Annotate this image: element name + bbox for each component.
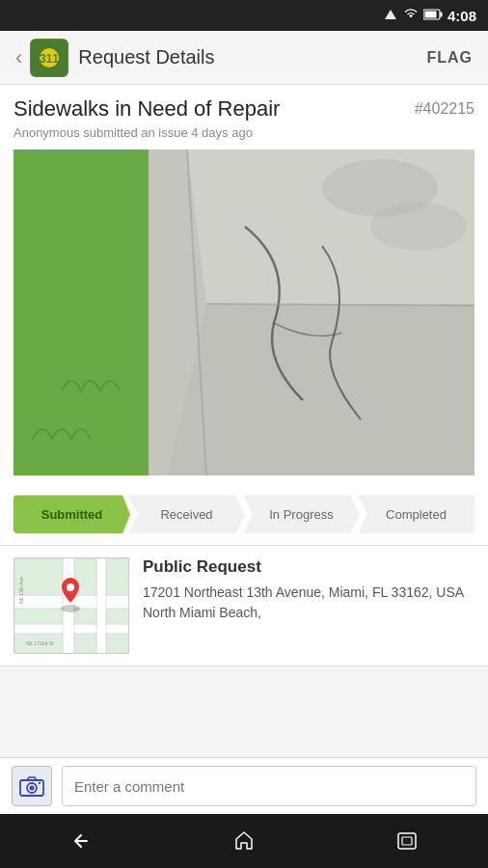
nav-recent-button[interactable] [378, 822, 436, 860]
svg-rect-23 [106, 558, 129, 595]
step-submitted[interactable]: Submitted [14, 495, 130, 533]
location-section: NE 13th Ave NE 172nd St Public Request 1… [0, 546, 488, 666]
svg-point-33 [67, 583, 74, 591]
issue-title: Sidewalks in Need of Repair [14, 96, 405, 122]
status-icons: 4:08 [383, 8, 476, 24]
step-received-label: Received [160, 507, 212, 522]
battery-icon [423, 9, 443, 23]
status-bar: 4:08 [0, 0, 488, 31]
svg-rect-26 [106, 609, 129, 624]
svg-rect-29 [106, 634, 129, 654]
step-completed-label: Completed [386, 507, 447, 522]
app-logo: 311 [30, 39, 68, 77]
location-label: Public Request [143, 557, 474, 577]
svg-point-32 [61, 605, 80, 612]
step-in-progress[interactable]: In Progress [243, 495, 360, 533]
location-info: Public Request 17201 Northeast 13th Aven… [143, 557, 474, 654]
svg-rect-24 [14, 609, 63, 624]
svg-marker-11 [168, 304, 474, 475]
flag-button[interactable]: FLAG [426, 49, 473, 67]
nav-bar: ‹ 311 Request Details FLAG [0, 31, 488, 85]
content-area: Sidewalks in Need of Repair #402215 Anon… [0, 85, 488, 483]
svg-rect-39 [402, 837, 412, 845]
svg-rect-2 [440, 12, 442, 16]
svg-rect-20 [96, 558, 106, 654]
svg-rect-38 [398, 833, 416, 849]
status-time: 4:08 [447, 8, 476, 24]
map-thumbnail[interactable]: NE 13th Ave NE 172nd St [14, 557, 129, 654]
comment-bar [0, 757, 488, 814]
step-completed[interactable]: Completed [358, 495, 474, 533]
svg-point-36 [30, 786, 35, 791]
chevron-left-icon: ‹ [15, 47, 22, 68]
svg-text:311: 311 [40, 52, 59, 66]
step-received[interactable]: Received [128, 495, 245, 533]
step-submitted-label: Submitted [41, 507, 103, 522]
issue-header: Sidewalks in Need of Repair #402215 [14, 96, 474, 122]
step-in-progress-label: In Progress [269, 507, 333, 522]
svg-marker-0 [385, 10, 396, 19]
svg-point-37 [39, 782, 41, 784]
issue-subtitle: Anonymous submitted an issue 4 days ago [14, 125, 474, 140]
camera-button[interactable] [12, 766, 52, 806]
progress-steps: Submitted Received In Progress Completed [0, 483, 488, 546]
page-title: Request Details [78, 46, 426, 68]
svg-text:NE 172nd St: NE 172nd St [26, 640, 54, 646]
nav-back-button[interactable] [52, 822, 110, 860]
svg-rect-3 [424, 11, 436, 17]
bottom-nav [0, 814, 488, 868]
issue-id: #402215 [415, 100, 474, 118]
back-button[interactable]: ‹ [15, 47, 22, 68]
location-address: 17201 Northeast 13th Avenue, Miami, FL 3… [143, 583, 474, 623]
wifi-icon [403, 9, 419, 23]
svg-point-13 [370, 203, 467, 251]
signal-icon [383, 8, 398, 24]
svg-rect-28 [74, 634, 96, 654]
svg-text:NE 13th Ave: NE 13th Ave [18, 577, 24, 604]
issue-image [14, 149, 474, 475]
comment-input[interactable] [62, 766, 476, 806]
nav-home-button[interactable] [215, 822, 273, 860]
